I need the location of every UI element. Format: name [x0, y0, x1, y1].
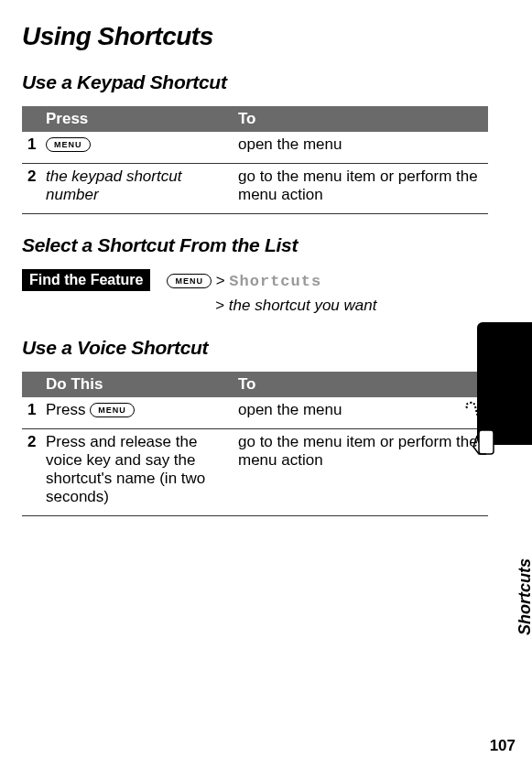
path-target: the shortcut you want — [229, 297, 377, 314]
col-to: To — [233, 106, 488, 132]
page-title: Using Shortcuts — [22, 22, 488, 51]
row-result: go to the menu item or perform the menu … — [233, 164, 488, 214]
voice-shortcut-table: Do This To 1 Press MENU open the menu 2 … — [22, 372, 488, 516]
path-gt: > — [216, 272, 225, 289]
row-number: 2 — [22, 164, 40, 214]
menu-key-icon: MENU — [46, 137, 91, 152]
section-heading-voice: Use a Voice Shortcut — [22, 337, 488, 359]
row-result: open the menu — [233, 132, 488, 164]
row-action-text: Press and release the voice key and say … — [40, 429, 233, 516]
keypad-shortcut-table: Press To 1 MENU open the menu 2 the keyp… — [22, 106, 488, 214]
svg-rect-0 — [479, 430, 494, 454]
menu-key-icon: MENU — [167, 274, 212, 288]
row-result: open the menu — [233, 397, 488, 429]
col-do-this: Do This — [40, 372, 233, 397]
menu-key-icon: MENU — [90, 403, 135, 417]
row-result: go to the menu item or perform the menu … — [233, 429, 488, 516]
section-heading-keypad: Use a Keypad Shortcut — [22, 71, 488, 93]
path-gt: > — [215, 297, 224, 314]
table-row: 1 Press MENU open the menu — [22, 397, 488, 429]
row-action: the keypad shortcut number — [40, 164, 233, 214]
row-number: 1 — [22, 397, 40, 429]
path-shortcuts: Shortcuts — [229, 273, 321, 290]
row-number: 2 — [22, 429, 40, 516]
row-number: 1 — [22, 132, 40, 164]
page-number: 107 — [490, 737, 516, 755]
col-press: Press — [40, 106, 233, 132]
table-row: 1 MENU open the menu — [22, 132, 488, 164]
side-tab-label: Shortcuts — [516, 558, 532, 635]
row-action-text: Press — [46, 401, 90, 418]
table-row: 2 the keypad shortcut number go to the m… — [22, 164, 488, 214]
hand-phone-icon — [461, 401, 497, 458]
section-heading-select: Select a Shortcut From the List — [22, 234, 488, 256]
find-feature-label: Find the Feature — [22, 269, 150, 291]
table-row: 2 Press and release the voice key and sa… — [22, 429, 488, 516]
find-feature-row: Find the Feature MENU > Shortcuts > the … — [22, 269, 488, 317]
col-to: To — [233, 372, 488, 397]
